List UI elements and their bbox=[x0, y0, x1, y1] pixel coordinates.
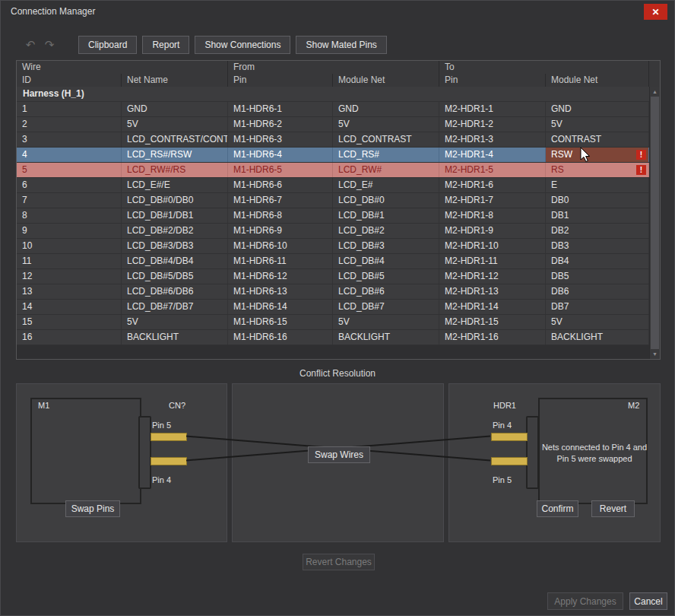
table-cell: M2-HDR1-14 bbox=[439, 300, 546, 314]
vertical-scrollbar[interactable]: ▲ ▼ bbox=[649, 87, 660, 359]
swap-wires-button[interactable]: Swap Wires bbox=[308, 446, 370, 463]
table-group-row[interactable]: Harness (H_1) bbox=[17, 87, 649, 102]
confirm-button[interactable]: Confirm bbox=[537, 500, 578, 517]
connection-manager-dialog: Connection Manager ✕ ↶ ↷ Clipboard Repor… bbox=[0, 0, 675, 616]
apply-changes-button[interactable]: Apply Changes bbox=[547, 592, 623, 610]
table-cell: LCD_CONTRAST/CONTR... bbox=[122, 132, 228, 147]
clipboard-button[interactable]: Clipboard bbox=[78, 36, 137, 54]
show-mated-pins-button[interactable]: Show Mated Pins bbox=[296, 36, 386, 54]
table-cell: M1-HDR6-13 bbox=[228, 284, 333, 299]
connector-cn-label: CN? bbox=[169, 401, 185, 410]
table-cell: 9 bbox=[17, 224, 122, 238]
table-cell: LCD_RW# bbox=[333, 163, 439, 177]
table-cell: M1-HDR6-8 bbox=[228, 208, 333, 223]
close-icon[interactable]: ✕ bbox=[644, 4, 667, 20]
table-cell: LCD_DB#2 bbox=[333, 224, 439, 238]
table-row[interactable]: 12LCD_DB#5/DB5M1-HDR6-12LCD_DB#5M2-HDR1-… bbox=[17, 269, 649, 284]
swap-pins-button[interactable]: Swap Pins bbox=[65, 500, 120, 517]
table-cell: 6 bbox=[17, 178, 122, 192]
table-cell: M1-HDR6-10 bbox=[228, 239, 333, 253]
toolbar: ↶ ↷ Clipboard Report Show Connections Sh… bbox=[24, 36, 392, 54]
table-cell: 5V bbox=[333, 117, 439, 132]
table-cell: 13 bbox=[17, 284, 122, 299]
table-cell: M1-HDR6-9 bbox=[228, 224, 333, 238]
table-cell: LCD_DB#0/DB0 bbox=[122, 193, 228, 208]
table-row[interactable]: 5LCD_RW#/RSM1-HDR6-5LCD_RW#M2-HDR1-5RS! bbox=[17, 163, 649, 178]
undo-icon[interactable]: ↶ bbox=[24, 38, 37, 52]
table-cell: BACKLIGHT bbox=[122, 330, 228, 345]
table-row[interactable]: 11LCD_DB#4/DB4M1-HDR6-11LCD_DB#4M2-HDR1-… bbox=[17, 254, 649, 269]
table-row[interactable]: 7LCD_DB#0/DB0M1-HDR6-7LCD_DB#0M2-HDR1-7D… bbox=[17, 193, 649, 208]
table-row[interactable]: 13LCD_DB#6/DB6M1-HDR6-13LCD_DB#6M2-HDR1-… bbox=[17, 284, 649, 300]
scroll-up-icon[interactable]: ▲ bbox=[650, 87, 660, 97]
table-cell: LCD_RW#/RS bbox=[122, 163, 228, 177]
table-cell: M2-HDR1-1 bbox=[439, 102, 546, 116]
revert-changes-button[interactable]: Revert Changes bbox=[303, 554, 375, 570]
table-cell: LCD_DB#1/DB1 bbox=[122, 208, 228, 223]
table-cell: M1-HDR6-5 bbox=[228, 163, 333, 177]
connector-cn-outline bbox=[138, 416, 151, 489]
table-row[interactable]: 16BACKLIGHTM1-HDR6-16BACKLIGHTM2-HDR1-16… bbox=[17, 330, 649, 345]
report-button[interactable]: Report bbox=[142, 36, 189, 54]
table-cell: M2-HDR1-2 bbox=[439, 117, 546, 132]
table-cell: DB0 bbox=[546, 193, 649, 208]
table-cell: LCD_DB#5 bbox=[333, 269, 439, 284]
table-row[interactable]: 25VM1-HDR6-25VM2-HDR1-25V bbox=[17, 117, 649, 132]
conflict-left-panel: M1 CN? Pin 5 Pin 4 Swap Pins bbox=[16, 383, 227, 542]
column-header-id: ID bbox=[17, 74, 122, 87]
redo-icon[interactable]: ↷ bbox=[43, 38, 56, 52]
column-header-from-module-net: Module Net bbox=[333, 74, 439, 87]
table-cell: M1-HDR6-3 bbox=[228, 132, 333, 147]
warning-icon: ! bbox=[636, 165, 646, 175]
connector-hdr1-label: HDR1 bbox=[493, 401, 516, 410]
table-row[interactable]: 3LCD_CONTRAST/CONTR...M1-HDR6-3LCD_CONTR… bbox=[17, 132, 649, 148]
table-cell: M1-HDR6-11 bbox=[228, 254, 333, 268]
connections-table: Wire From To ID Net Name Pin Module Net … bbox=[16, 60, 661, 360]
table-cell: M2-HDR1-5 bbox=[439, 163, 546, 177]
table-cell: LCD_RS#/RSW bbox=[122, 148, 228, 162]
table-cell: 3 bbox=[17, 132, 122, 147]
table-cell: 12 bbox=[17, 269, 122, 284]
table-cell: 5V bbox=[122, 315, 228, 329]
table-cell: LCD_CONTRAST bbox=[333, 132, 439, 147]
table-cell: 5V bbox=[546, 117, 649, 132]
table-row[interactable]: 14LCD_DB#7/DB7M1-HDR6-14LCD_DB#7M2-HDR1-… bbox=[17, 300, 649, 315]
table-cell: LCD_E# bbox=[333, 178, 439, 192]
table-cell: M1-HDR6-2 bbox=[228, 117, 333, 132]
table-group-header-row: Wire From To bbox=[17, 61, 660, 74]
warning-icon: ! bbox=[636, 150, 646, 160]
table-row[interactable]: 8LCD_DB#1/DB1M1-HDR6-8LCD_DB#1M2-HDR1-8D… bbox=[17, 208, 649, 224]
table-row[interactable]: 9LCD_DB#2/DB2M1-HDR6-9LCD_DB#2M2-HDR1-9D… bbox=[17, 224, 649, 239]
table-cell: LCD_DB#4 bbox=[333, 254, 439, 268]
table-cell: M2-HDR1-15 bbox=[439, 315, 546, 329]
table-cell: DB5 bbox=[546, 269, 649, 284]
table-cell: M2-HDR1-7 bbox=[439, 193, 546, 208]
table-cell: DB2 bbox=[546, 224, 649, 238]
table-cell: M2-HDR1-9 bbox=[439, 224, 546, 238]
table-cell: 2 bbox=[17, 117, 122, 132]
table-cell: LCD_DB#7 bbox=[333, 300, 439, 314]
scrollbar-thumb[interactable] bbox=[651, 97, 659, 349]
table-cell: GND bbox=[333, 102, 439, 116]
table-cell: M2-HDR1-16 bbox=[439, 330, 546, 345]
cancel-button[interactable]: Cancel bbox=[629, 592, 667, 610]
right-top-pin bbox=[491, 433, 528, 441]
table-cell: LCD_DB#3/DB3 bbox=[122, 239, 228, 253]
conflict-middle-panel: Swap Wires bbox=[232, 383, 444, 542]
table-row[interactable]: 155VM1-HDR6-155VM2-HDR1-155V bbox=[17, 315, 649, 330]
table-row[interactable]: 6LCD_E#/EM1-HDR6-6LCD_E#M2-HDR1-6E bbox=[17, 178, 649, 193]
table-body: Harness (H_1)1GNDM1-HDR6-1GNDM2-HDR1-1GN… bbox=[17, 87, 649, 359]
table-cell: 5V bbox=[546, 315, 649, 329]
scroll-down-icon[interactable]: ▼ bbox=[650, 349, 660, 359]
table-row[interactable]: 1GNDM1-HDR6-1GNDM2-HDR1-1GND bbox=[17, 102, 649, 117]
table-cell: 8 bbox=[17, 208, 122, 223]
revert-button[interactable]: Revert bbox=[591, 500, 635, 517]
table-row[interactable]: 4LCD_RS#/RSWM1-HDR6-4LCD_RS#M2-HDR1-4RSW… bbox=[17, 148, 649, 163]
conflict-right-panel: HDR1 M2 Pin 4 Pin 5 Nets connected to Pi… bbox=[448, 383, 661, 542]
table-cell: DB6 bbox=[546, 284, 649, 299]
table-row[interactable]: 10LCD_DB#3/DB3M1-HDR6-10LCD_DB#3M2-HDR1-… bbox=[17, 239, 649, 254]
table-cell: M1-HDR6-14 bbox=[228, 300, 333, 314]
table-cell: LCD_DB#6 bbox=[333, 284, 439, 299]
table-column-header-row: ID Net Name Pin Module Net Pin Module Ne… bbox=[17, 74, 660, 87]
show-connections-button[interactable]: Show Connections bbox=[195, 36, 290, 54]
